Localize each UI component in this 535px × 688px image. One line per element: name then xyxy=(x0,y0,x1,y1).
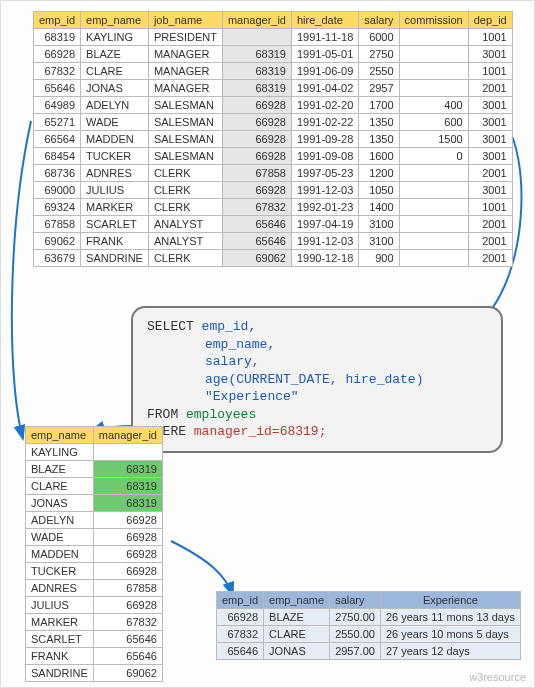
table-row: 69062FRANKANALYST656461991-12-0331002001 xyxy=(34,233,513,250)
table-row: KAYLING xyxy=(26,444,163,461)
table-row: MARKER67832 xyxy=(26,614,163,631)
column-header: emp_id xyxy=(34,12,81,29)
table-row: 66564MADDENSALESMAN669281991-09-28135015… xyxy=(34,131,513,148)
table-row: JONAS68319 xyxy=(26,495,163,512)
table-row: 63679SANDRINECLERK690621990-12-189002001 xyxy=(34,250,513,267)
column-header: dep_id xyxy=(468,12,512,29)
watermark: w3resource xyxy=(469,671,526,683)
table-row: ADNRES67858 xyxy=(26,580,163,597)
table-row: 67832CLARE2550.0026 years 10 mons 5 days xyxy=(217,626,521,643)
table-row: 68454TUCKERSALESMAN669281991-09-08160003… xyxy=(34,148,513,165)
table-row: 67858SCARLETANALYST656461997-04-19310020… xyxy=(34,216,513,233)
column-header: emp_id xyxy=(217,592,264,609)
employees-full-table: emp_idemp_namejob_namemanager_idhire_dat… xyxy=(33,11,513,267)
sql-query-box: SELECT emp_id, emp_name, salary, age(CUR… xyxy=(131,306,503,453)
table-row: MADDEN66928 xyxy=(26,546,163,563)
column-header: manager_id xyxy=(93,427,162,444)
table-row: TUCKER66928 xyxy=(26,563,163,580)
table-row: SANDRINE69062 xyxy=(26,665,163,682)
table-row: CLARE68319 xyxy=(26,478,163,495)
column-header: Experience xyxy=(380,592,520,609)
column-header: manager_id xyxy=(222,12,291,29)
column-header: salary xyxy=(359,12,399,29)
column-header: emp_name xyxy=(81,12,149,29)
table-row: 65646JONAS2957.0027 years 12 days xyxy=(217,643,521,660)
name-manager-table: emp_namemanager_id KAYLINGBLAZE68319CLAR… xyxy=(25,426,163,682)
table-row: 67832CLAREMANAGER683191991-06-0925501001 xyxy=(34,63,513,80)
table-row: SCARLET65646 xyxy=(26,631,163,648)
table-row: JULIUS66928 xyxy=(26,597,163,614)
column-header: hire_date xyxy=(291,12,358,29)
table-row: 69324MARKERCLERK678321992-01-2314001001 xyxy=(34,199,513,216)
table-row: 65271WADESALESMAN669281991-02-2213506003… xyxy=(34,114,513,131)
result-table: emp_idemp_namesalaryExperience 66928BLAZ… xyxy=(216,591,521,660)
column-header: salary xyxy=(330,592,381,609)
table-row: 68736ADNRESCLERK678581997-05-2312002001 xyxy=(34,165,513,182)
table-row: 69000JULIUSCLERK669281991-12-0310503001 xyxy=(34,182,513,199)
table-row: BLAZE68319 xyxy=(26,461,163,478)
table-row: FRANK65646 xyxy=(26,648,163,665)
table-row: ADELYN66928 xyxy=(26,512,163,529)
table-row: 66928BLAZEMANAGER683191991-05-0127503001 xyxy=(34,46,513,63)
column-header: job_name xyxy=(148,12,222,29)
column-header: commission xyxy=(399,12,468,29)
table-row: 66928BLAZE2750.0026 years 11 mons 13 day… xyxy=(217,609,521,626)
table-row: 65646JONASMANAGER683191991-04-0229572001 xyxy=(34,80,513,97)
table-row: WADE66928 xyxy=(26,529,163,546)
column-header: emp_name xyxy=(264,592,330,609)
column-header: emp_name xyxy=(26,427,94,444)
table-row: 68319KAYLINGPRESIDENT1991-11-1860001001 xyxy=(34,29,513,46)
table-row: 64989ADELYNSALESMAN669281991-02-20170040… xyxy=(34,97,513,114)
